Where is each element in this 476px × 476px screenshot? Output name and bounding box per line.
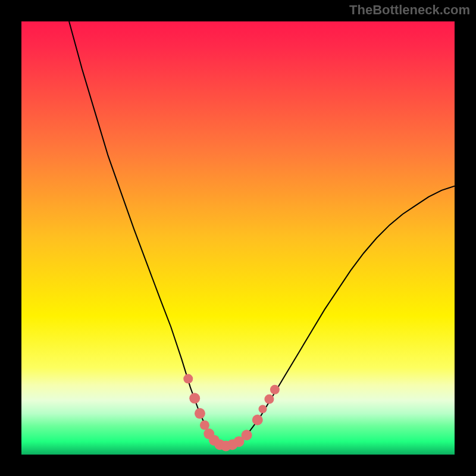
- highlight-dot: [252, 415, 263, 425]
- highlight-dot: [259, 405, 267, 414]
- highlight-dot: [270, 385, 280, 394]
- highlight-dot: [183, 374, 193, 384]
- chart-frame: TheBottleneck.com: [0, 0, 476, 476]
- chart-background: [21, 21, 455, 455]
- highlight-dot: [195, 408, 205, 419]
- watermark-text: TheBottleneck.com: [349, 2, 470, 18]
- chart-svg: [21, 21, 455, 455]
- highlight-dot: [264, 394, 274, 404]
- highlight-dot: [242, 430, 252, 440]
- highlight-dot: [189, 393, 200, 403]
- highlight-dot: [200, 421, 209, 430]
